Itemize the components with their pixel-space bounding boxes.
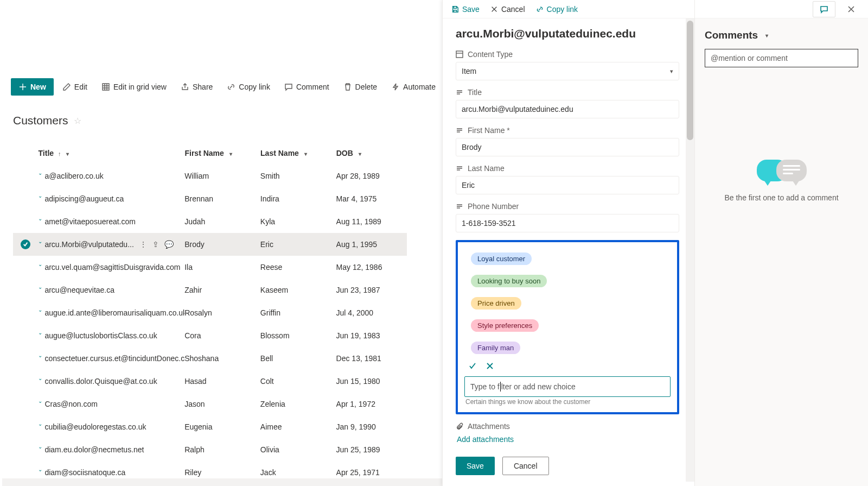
cell-last-name: Zelenia [260, 400, 336, 408]
comment-button[interactable]: Comment [279, 78, 335, 96]
table-row[interactable]: ⌄diam.eu.dolor@necmetus.netRalphOliviaJu… [13, 438, 407, 461]
toggle-comments-button[interactable] [813, 1, 835, 17]
item-type-icon: ⌄ [38, 468, 42, 472]
cell-dob: Jul 4, 2000 [336, 308, 407, 317]
table-row[interactable]: ⌄amet@vitaeposuereat.comJudahKylaAug 11,… [13, 210, 407, 233]
cell-dob: Aug 11, 1989 [336, 217, 407, 226]
last-name-value: Eric [462, 181, 475, 190]
cell-title[interactable]: ⌄amet@vitaeposuereat.com [38, 217, 184, 226]
table-row[interactable]: ⌄Cras@non.comJasonZeleniaApr 1, 1972 [13, 393, 407, 415]
choice-option[interactable]: Family man [462, 336, 673, 358]
copy-link-button[interactable]: Copy link [221, 78, 276, 96]
panel-cancel-button[interactable]: Cancel [486, 2, 529, 17]
choice-confirm-button[interactable] [468, 361, 477, 371]
panel-save-button[interactable]: Save [447, 2, 484, 17]
column-header-title[interactable]: Title ↑ ▾ [39, 149, 185, 157]
table-row[interactable]: ⌄adipiscing@augueut.caBrennanIndiraMar 4… [13, 187, 407, 210]
automate-button[interactable]: Automate ▾ [386, 78, 450, 96]
cell-title[interactable]: ⌄a@aclibero.co.uk [38, 172, 184, 180]
column-header-first-name[interactable]: First Name ▾ [184, 149, 260, 157]
cell-last-name: Colt [260, 377, 336, 386]
text-icon [456, 165, 463, 172]
cell-title[interactable]: ⌄arcu.vel.quam@sagittisDuisgravida.com [38, 263, 184, 272]
comment-input[interactable]: @mention or comment [705, 49, 858, 67]
table-row[interactable]: ⌄cubilia@eudoloregestas.co.ukEugeniaAime… [13, 415, 407, 438]
choice-option[interactable]: Looking to buy soon [462, 269, 673, 291]
table-row[interactable]: ⌄arcu.Morbi@vulputatedu...⋮⇪💬BrodyEricAu… [13, 233, 407, 256]
last-name-field[interactable]: Eric [456, 176, 679, 194]
row-comment-icon[interactable]: 💬 [164, 240, 174, 249]
table-row[interactable]: ⌄arcu.vel.quam@sagittisDuisgravida.comIl… [13, 256, 407, 279]
cell-title[interactable]: ⌄arcu.Morbi@vulputatedu...⋮⇪💬 [38, 240, 184, 249]
cell-dob: May 12, 1986 [336, 263, 407, 272]
column-header-dob[interactable]: DOB ▾ [336, 149, 407, 157]
list-title: Customers [13, 114, 68, 127]
item-type-icon: ⌄ [38, 240, 42, 244]
cell-first-name: Jason [184, 400, 260, 408]
item-type-icon: ⌄ [38, 194, 42, 199]
title-field[interactable]: arcu.Morbi@vulputateduinec.edu [456, 100, 679, 118]
choice-option[interactable]: Style preferences [462, 313, 673, 336]
table-row[interactable]: ⌄augue@luctuslobortisClass.co.ukCoraBlos… [13, 324, 407, 347]
share-button[interactable]: Share [175, 78, 218, 96]
delete-button-label: Delete [355, 83, 377, 91]
choice-filter-input[interactable]: Type to f lter or add new choice [464, 376, 671, 397]
table-row[interactable]: ⌄augue.id.ante@liberomaurisaliquam.co.uk… [13, 301, 407, 324]
cell-title[interactable]: ⌄cubilia@eudoloregestas.co.uk [38, 422, 184, 431]
panel-scrollbar-track[interactable] [686, 18, 694, 482]
table-row[interactable]: ⌄consectetuer.cursus.et@tinciduntDonec.c… [13, 347, 407, 370]
cell-title[interactable]: ⌄augue@luctuslobortisClass.co.uk [38, 331, 184, 340]
cell-title[interactable]: ⌄diam@sociisnatoque.ca [38, 468, 184, 477]
add-attachments-link[interactable]: Add attachments [456, 431, 515, 448]
edit-grid-view-button[interactable]: Edit in grid view [96, 78, 172, 96]
phone-field[interactable]: 1-618-159-3521 [456, 214, 679, 232]
cell-title[interactable]: ⌄diam.eu.dolor@necmetus.net [38, 445, 184, 454]
choice-option[interactable]: Price driven [462, 291, 673, 313]
edit-button[interactable]: Edit [57, 78, 93, 96]
choice-cancel-button[interactable] [485, 361, 495, 371]
favorite-star-icon[interactable]: ☆ [74, 116, 81, 126]
column-header-last-name[interactable]: Last Name ▾ [260, 149, 336, 157]
choice-option[interactable]: Loyal customer [462, 247, 673, 269]
share-icon [181, 83, 189, 91]
cell-last-name: Reese [260, 263, 336, 272]
trash-icon [343, 83, 352, 91]
table-row[interactable]: ⌄a@aclibero.co.ukWilliamSmithApr 28, 198… [13, 165, 407, 187]
save-icon [451, 5, 459, 13]
item-type-icon: ⌄ [38, 263, 42, 267]
link-icon [227, 83, 235, 91]
field-label-last-name: Last Name [456, 164, 679, 173]
comments-heading[interactable]: Comments ▾ [695, 18, 868, 47]
content-type-select[interactable]: Item ▾ [456, 62, 679, 80]
choice-field-editor: Loyal customerLooking to buy soonPrice d… [456, 240, 679, 414]
cell-title[interactable]: ⌄augue.id.ante@liberomaurisaliquam.co.uk [38, 308, 184, 317]
row-share-icon[interactable]: ⇪ [152, 240, 159, 249]
first-name-field[interactable]: Brody [456, 138, 679, 156]
comment-icon [284, 83, 293, 91]
new-button[interactable]: New [11, 78, 54, 96]
row-more-icon[interactable]: ⋮ [139, 240, 147, 249]
close-panel-button[interactable] [840, 1, 863, 17]
cell-first-name: Brennan [184, 194, 260, 203]
cell-title[interactable]: ⌄convallis.dolor.Quisque@at.co.uk [38, 377, 184, 386]
cell-title[interactable]: ⌄Cras@non.com [38, 400, 184, 408]
choice-helper-text: Certain things we know about the custome… [462, 397, 673, 406]
field-label-title: Title [456, 88, 679, 97]
sort-ascending-icon: ↑ [58, 150, 61, 157]
cell-title[interactable]: ⌄consectetuer.cursus.et@tinciduntDonec.c… [38, 354, 184, 363]
form-cancel-button[interactable]: Cancel [502, 457, 549, 475]
cell-title[interactable]: ⌄arcu@nequevitae.ca [38, 286, 184, 294]
table-row[interactable]: ⌄convallis.dolor.Quisque@at.co.ukHasadCo… [13, 370, 407, 393]
table-row[interactable]: ⌄arcu@nequevitae.caZahirKaseemJun 23, 19… [13, 279, 407, 301]
form-save-button[interactable]: Save [456, 457, 495, 475]
chevron-down-icon: ▾ [670, 68, 673, 75]
panel-scrollbar-thumb[interactable] [687, 21, 693, 140]
cell-last-name: Aimee [260, 422, 336, 431]
cell-first-name: Cora [184, 331, 260, 340]
delete-button[interactable]: Delete [338, 78, 382, 96]
edit-grid-view-label: Edit in grid view [113, 83, 167, 91]
chevron-down-icon: ▾ [66, 151, 69, 157]
panel-copy-link-button[interactable]: Copy link [532, 2, 583, 17]
choice-pill: Style preferences [471, 319, 539, 332]
cell-title[interactable]: ⌄adipiscing@augueut.ca [38, 194, 184, 203]
